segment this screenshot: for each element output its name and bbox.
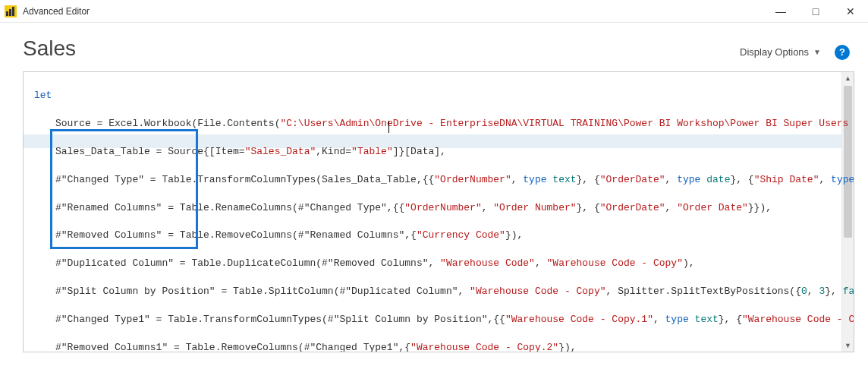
maximize-button[interactable]: □ <box>798 0 833 22</box>
keyword-let: let <box>34 90 52 101</box>
app-icon <box>5 5 17 17</box>
chevron-down-icon: ▼ <box>813 48 821 56</box>
svg-rect-1 <box>9 9 11 16</box>
scroll-up-icon[interactable]: ▲ <box>842 72 854 84</box>
page-title: Sales <box>23 36 740 61</box>
help-icon[interactable]: ? <box>835 45 850 60</box>
header: Sales Display Options ▼ ? <box>0 23 868 67</box>
text-cursor <box>388 121 389 133</box>
scroll-thumb[interactable] <box>844 86 852 238</box>
display-options-label: Display Options <box>740 46 809 58</box>
minimize-button[interactable]: — <box>763 0 798 22</box>
window-title: Advanced Editor <box>23 6 90 17</box>
close-button[interactable]: ✕ <box>833 0 868 22</box>
window-controls: — □ ✕ <box>763 0 868 22</box>
display-options-dropdown[interactable]: Display Options ▼ <box>740 46 821 58</box>
svg-rect-0 <box>6 11 8 16</box>
code-editor[interactable]: let Source = Excel.Workbook(File.Content… <box>23 71 854 352</box>
svg-rect-2 <box>12 7 14 16</box>
window-titlebar: Advanced Editor — □ ✕ <box>0 0 868 23</box>
